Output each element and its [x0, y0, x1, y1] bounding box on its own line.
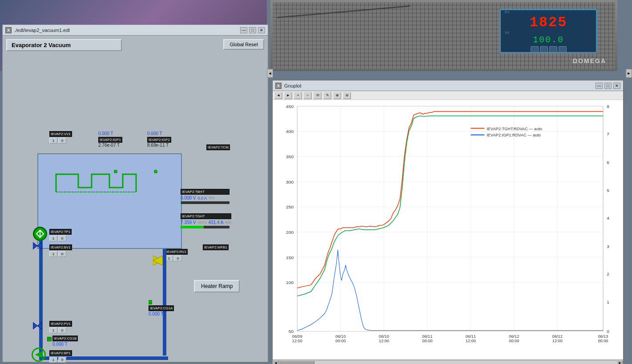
bp1-btn1[interactable]: 1: [49, 357, 57, 363]
pv1-label: IEVAP2:PV1: [49, 321, 72, 327]
bp1-btn2[interactable]: 0: [58, 357, 66, 363]
igp1-value-bottom: 2.76e-07 T: [98, 143, 122, 148]
vv1-controls: 1 0: [49, 138, 72, 144]
scroll-track[interactable]: [279, 361, 617, 364]
omega-btn1[interactable]: [531, 46, 539, 52]
gnuplot-window: X Gnuplot — □ ✕ ◄ ► + − ⟲ ✎ ⊕ ⊖: [272, 80, 624, 360]
svg-text:00:00: 00:00: [509, 339, 519, 343]
tbht-max: 500: [209, 196, 214, 200]
vv1-label: IEVAP2:VV1: [49, 131, 72, 137]
tp1-btn1[interactable]: 1: [49, 236, 57, 241]
edl-title-left: X ./edl/ievap2_vacuum1.edl: [5, 27, 70, 33]
omega-btn3[interactable]: [549, 46, 557, 52]
omega-btn4[interactable]: [559, 46, 567, 52]
svg-text:12:00: 12:00: [466, 339, 476, 343]
svg-text:06/12: 06/12: [509, 334, 519, 339]
cg1b-indicator: [47, 337, 52, 341]
svg-text:2: 2: [607, 272, 609, 276]
igp1-group: 0.000 T IEVAP2:IGP1 2.76e-07 T: [98, 131, 122, 148]
tght-bar-bg: [181, 226, 229, 228]
gnuplot-tool-6[interactable]: ✎: [323, 92, 331, 99]
bp1-group: IEVAP2:BP1 1 0: [49, 350, 72, 363]
bv1-label: IEVAP2:BV1: [49, 244, 72, 250]
edl-titlebar: X ./edl/ievap2_vacuum1.edl — □ ✕: [3, 25, 268, 36]
scroll-left[interactable]: ◄: [273, 360, 279, 364]
bv1-btn2[interactable]: 0: [58, 251, 66, 257]
igp2-value-top: 0.000 T: [147, 131, 171, 136]
scroll-right[interactable]: ►: [617, 360, 623, 364]
evap-title-button[interactable]: Evaporator 2 Vacuum: [6, 39, 122, 51]
bv1-group: IEVAP2:BV1 1 0: [49, 244, 72, 257]
tp1-btn2[interactable]: 0: [58, 236, 66, 241]
cg1a-label: IEVAP2:CG1A: [149, 305, 174, 311]
gnuplot-scrollbar[interactable]: ◄ ►: [273, 360, 623, 364]
edl-content: Evaporator 2 Vacuum Global Reset IEVAP2:…: [3, 36, 268, 362]
svg-text:IEVAP2:TGHT:RDVAC  —  auto: IEVAP2:TGHT:RDVAC — auto: [487, 127, 542, 131]
gnuplot-app-icon: X: [275, 83, 282, 89]
tcm-group: IEVAP2:TCM: [206, 144, 230, 150]
gnuplot-tool-8[interactable]: ⊖: [343, 92, 351, 99]
igp2-label: IEVAP2:IGP2: [147, 137, 171, 143]
svg-text:00:00: 00:00: [335, 339, 346, 343]
tbht-group: IEVAP2:TBHT 0.000 V 0.0 A 500: [181, 189, 229, 204]
edl-minimize-btn[interactable]: —: [240, 27, 247, 33]
vv1-btn2[interactable]: 0: [58, 138, 66, 144]
tbht-bar-bg: [181, 201, 229, 204]
omega-pv-value: 1825: [530, 14, 568, 31]
omega-btn2[interactable]: [540, 46, 548, 52]
scroll-left-btn[interactable]: ◄: [267, 69, 273, 78]
tght-bar: [181, 226, 204, 228]
rv1-label: IEVAP2:RV1: [165, 249, 188, 255]
svg-text:06/12: 06/12: [552, 334, 563, 339]
cg1b-label: IEVAP2:CG1B: [52, 336, 78, 341]
bv1-valve-symbol: [33, 242, 42, 249]
scroll-thumb[interactable]: [279, 361, 314, 364]
svg-text:06/09: 06/09: [292, 334, 302, 339]
pv1-btn2[interactable]: 0: [58, 328, 66, 333]
gnuplot-tool-7[interactable]: ⊕: [333, 92, 341, 99]
svg-text:06/11: 06/11: [422, 334, 432, 339]
diagram-area: IEVAP2:VV1 1 0 0.000 T IEVAP2:IGP1 2.76e…: [3, 58, 268, 362]
gnuplot-tool-5[interactable]: ⟲: [314, 92, 322, 99]
rv1-controls: 1 0: [165, 256, 188, 261]
gnuplot-tool-3[interactable]: +: [294, 92, 302, 99]
svg-rect-12: [297, 106, 603, 331]
tbht-voltage: 0.000 V: [181, 196, 196, 200]
igp1-label: IEVAP2:IGP1: [98, 137, 122, 143]
tght-max: 900: [225, 220, 231, 224]
scroll-right-btn[interactable]: ►: [626, 69, 632, 78]
gnuplot-maximize-btn[interactable]: □: [604, 83, 612, 89]
edl-maximize-btn[interactable]: □: [249, 27, 256, 33]
edl-window-controls: — □ ✕: [240, 27, 265, 33]
gnuplot-window-controls: — □ ✕: [596, 83, 620, 89]
gnuplot-tool-2[interactable]: ►: [284, 92, 292, 99]
bv1-btn1[interactable]: 1: [49, 251, 57, 257]
rv1-valve-symbol: [153, 256, 163, 265]
gnuplot-close-btn[interactable]: ✕: [613, 83, 620, 89]
pv1-btn1[interactable]: 1: [49, 328, 57, 333]
svg-text:7: 7: [607, 132, 609, 137]
rv1-btn2[interactable]: 0: [174, 256, 182, 261]
svg-text:0: 0: [607, 329, 609, 334]
svg-text:4: 4: [607, 216, 609, 220]
svg-text:8: 8: [607, 104, 609, 109]
svg-text:06/11: 06/11: [466, 334, 476, 339]
vv1-btn1[interactable]: 1: [49, 138, 57, 144]
global-reset-button[interactable]: Global Reset: [223, 39, 264, 50]
edl-close-btn[interactable]: ✕: [258, 27, 265, 33]
gnuplot-tool-4[interactable]: −: [304, 92, 312, 99]
svg-text:06/13: 06/13: [598, 334, 608, 339]
wfb1-group: IEVAP2:WFB1: [203, 244, 229, 250]
cg1b-value: 0.000 T: [52, 342, 78, 347]
igp2-value-bottom: 8.69e-11 T: [147, 143, 171, 148]
wfb1-label: IEVAP2:WFB1: [203, 244, 229, 250]
cg1b-group: IEVAP2:CG1B 0.000 T: [52, 336, 78, 347]
svg-text:350: 350: [286, 154, 294, 159]
svg-text:12:00: 12:00: [379, 339, 389, 343]
svg-text:450: 450: [286, 104, 294, 109]
heater-ramp-button[interactable]: Heater Ramp: [194, 280, 240, 292]
svg-marker-9: [33, 322, 37, 329]
gnuplot-tool-1[interactable]: ◄: [274, 92, 282, 99]
bp1-label: IEVAP2:BP1: [49, 350, 72, 356]
gnuplot-minimize-btn[interactable]: —: [596, 83, 603, 89]
